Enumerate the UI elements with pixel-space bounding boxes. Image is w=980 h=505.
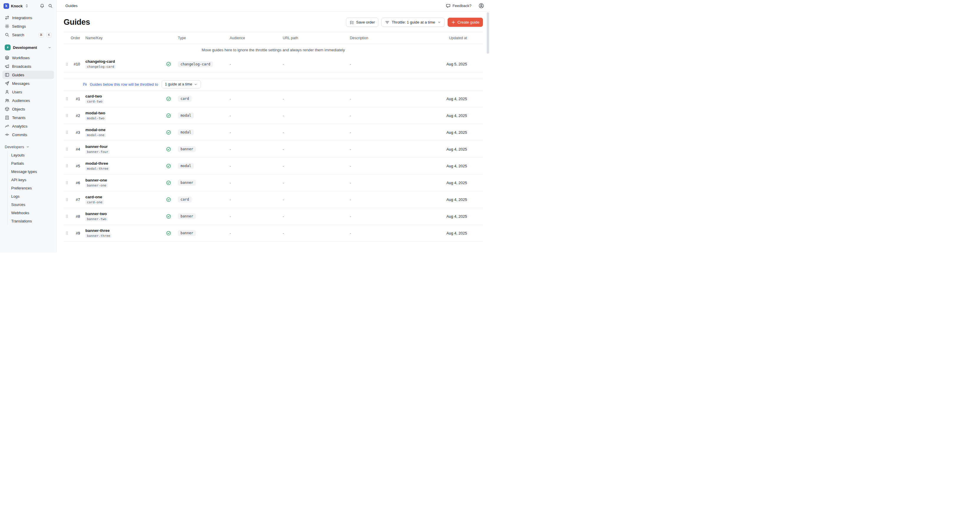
table-row[interactable]: #4banner-fourbanner-fourbanner---Aug 4, … (64, 141, 483, 158)
updated-at-value: Aug 4, 2025 (442, 97, 483, 101)
scrollbar-thumb[interactable] (487, 13, 489, 54)
create-guide-button[interactable]: Create guide (448, 18, 483, 27)
audience-value: - (225, 130, 278, 135)
row-name-cell: banner-threebanner-three (80, 228, 162, 238)
workflows-icon (5, 56, 10, 60)
updated-at-value: Aug 4, 2025 (442, 231, 483, 236)
url-path-value: - (278, 147, 345, 151)
type-badge: card (178, 96, 192, 102)
type-badge: banner (178, 213, 196, 219)
sidebar-item-broadcasts[interactable]: Broadcasts (2, 62, 54, 70)
guide-name: banner-one (85, 178, 107, 182)
audience-value: - (225, 147, 278, 151)
sidebar-item-workflows[interactable]: Workflows (2, 54, 54, 62)
breadcrumb[interactable]: Guides (65, 3, 78, 8)
account-avatar[interactable] (479, 3, 484, 8)
drag-handle[interactable] (64, 164, 70, 168)
save-order-label: Save order (356, 20, 375, 24)
sidebar-developers-toggle[interactable]: Developers (2, 143, 54, 151)
updated-at-value: Aug 4, 2025 (442, 147, 483, 151)
guide-name: banner-two (85, 212, 107, 216)
table-row[interactable]: #7card-onecard-onecard---Aug 4, 2025 (64, 191, 483, 208)
drag-handle[interactable] (64, 198, 70, 202)
save-order-button[interactable]: Save order (346, 18, 379, 27)
type-cell: banner (174, 230, 225, 236)
description-value: - (345, 113, 442, 118)
sidebar-item-settings[interactable]: Settings (2, 22, 54, 30)
environment-switcher[interactable]: Development (2, 43, 54, 52)
search-icon[interactable] (48, 3, 53, 8)
sidebar-item-objects[interactable]: Objects (2, 105, 54, 113)
integrations-icon (5, 15, 10, 20)
table-row[interactable]: #3modal-onemodal-onemodal---Aug 4, 2025 (64, 124, 483, 141)
status-check-icon (162, 130, 174, 135)
sidebar-item-webhooks[interactable]: Webhooks (8, 209, 54, 217)
scrollbar[interactable] (487, 13, 489, 251)
type-badge: modal (178, 163, 194, 169)
sidebar-item-label: Commits (12, 132, 27, 137)
throttle-dropdown[interactable]: Throttle: 1 guide at a time (381, 18, 444, 27)
sidebar-item-label: Objects (12, 107, 25, 112)
sidebar-item-sources[interactable]: Sources (8, 201, 54, 209)
row-name-cell: modal-twomodal-two (80, 111, 162, 121)
audience-value: - (225, 97, 278, 101)
throttle-divider-link[interactable]: Guides below this row will be throttled … (90, 82, 158, 87)
sidebar-item-analytics[interactable]: Analytics (2, 122, 54, 130)
drag-handle[interactable] (64, 62, 70, 66)
table-row[interactable]: #6banner-onebanner-onebanner---Aug 4, 20… (64, 174, 483, 191)
table-row[interactable]: #9banner-threebanner-threebanner---Aug 4… (64, 225, 483, 242)
throttle-count-select[interactable]: 1 guide at a time (162, 80, 201, 88)
row-name-cell: banner-onebanner-one (80, 178, 162, 188)
table-row[interactable]: #1card-twocard-twocard---Aug 4, 2025 (64, 91, 483, 107)
type-badge: banner (178, 230, 196, 236)
sidebar-item-translations[interactable]: Translations (8, 217, 54, 225)
drag-handle[interactable] (64, 113, 70, 118)
workspace-switcher-icon[interactable] (24, 3, 29, 8)
topbar: Guides Feedback? (57, 0, 490, 12)
sidebar-item-messages[interactable]: Messages (2, 79, 54, 88)
sidebar-item-audiences[interactable]: Audiences (2, 96, 54, 105)
table-row[interactable]: #2modal-twomodal-twomodal---Aug 4, 2025 (64, 107, 483, 124)
table-row[interactable]: #10changelog-cardchangelog-cardchangelog… (64, 56, 483, 73)
workspace-name: Knock (11, 4, 23, 8)
drag-handle[interactable] (64, 147, 70, 151)
table-row[interactable]: #8banner-twobanner-twobanner---Aug 4, 20… (64, 208, 483, 225)
sidebar-item-logs[interactable]: Logs (8, 193, 54, 200)
sidebar-item-partials[interactable]: Partials (8, 159, 54, 167)
status-check-icon (162, 147, 174, 152)
sidebar-item-users[interactable]: Users (2, 88, 54, 96)
url-path-value: - (278, 198, 345, 202)
drag-handle[interactable] (64, 181, 70, 185)
guide-key: banner-four (85, 150, 110, 154)
type-cell: banner (174, 180, 225, 186)
guide-name: changelog-card (85, 59, 115, 64)
content: Guides Save order Throttle: 1 guide at a… (57, 12, 490, 242)
sidebar-item-commits[interactable]: Commits (2, 131, 54, 139)
row-order: #3 (70, 130, 80, 135)
sidebar-item-layouts[interactable]: Layouts (8, 151, 54, 159)
row-name-cell: modal-onemodal-one (80, 127, 162, 137)
drag-handle[interactable] (64, 214, 70, 218)
feedback-button[interactable]: Feedback? (444, 3, 473, 8)
pinned-rows: #10changelog-cardchangelog-cardchangelog… (64, 56, 483, 73)
sidebar-item-api-keys[interactable]: API keys (8, 176, 54, 184)
notifications-bell-icon[interactable] (40, 3, 45, 8)
drag-handle[interactable] (64, 231, 70, 235)
drag-handle[interactable] (64, 97, 70, 101)
sidebar-item-tenants[interactable]: Tenants (2, 113, 54, 122)
sidebar-item-integrations[interactable]: Integrations (2, 14, 54, 22)
environment-icon (5, 45, 11, 50)
drag-handle[interactable] (64, 130, 70, 134)
shortcut-key: ⌘ (38, 32, 44, 37)
sidebar-item-message-types[interactable]: Message types (8, 168, 54, 175)
page-actions: Save order Throttle: 1 guide at a time C… (346, 18, 483, 27)
sidebar-item-search[interactable]: Search⌘K (2, 31, 54, 39)
sidebar-item-guides[interactable]: Guides (2, 71, 54, 79)
url-path-value: - (278, 113, 345, 118)
audience-value: - (225, 214, 278, 218)
gear-icon (5, 24, 10, 29)
table-row[interactable]: #5modal-threemodal-threemodal---Aug 4, 2… (64, 158, 483, 174)
type-badge: changelog-card (178, 61, 213, 67)
sidebar-item-preferences[interactable]: Preferences (8, 184, 54, 192)
sidebar: k Knock IntegrationsSettingsSearch⌘K Dev… (0, 0, 57, 253)
